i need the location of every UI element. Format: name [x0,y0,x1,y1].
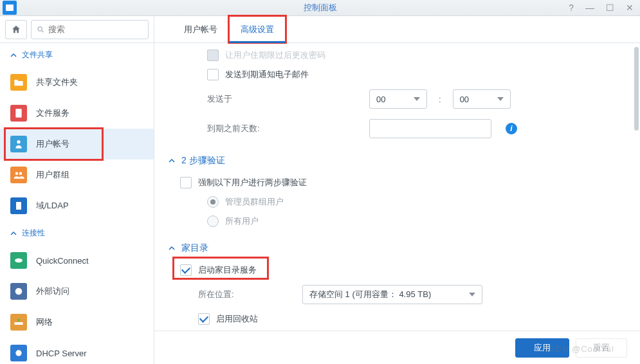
sidebar-group-fileshare[interactable]: 文件共享 [0,43,154,67]
sidebar-item-group[interactable]: 用户群组 [0,159,154,190]
group-home-dir[interactable]: 家目录 [169,242,626,254]
sidebar-item-file-services[interactable]: 文件服务 [0,98,154,129]
chevron-up-icon [169,245,175,251]
option-label: 发送到期通知电子邮件 [225,69,309,80]
sidebar-item-label: QuickConnect [36,256,89,266]
sidebar-item-label: 用户群组 [36,169,69,181]
sidebar-item-label: 域/LDAP [36,200,69,212]
checkbox[interactable] [207,69,219,80]
content-panel: 让用户住期限过后更改密码 发送到期通知电子邮件 发送于 00 : 00 到期之前… [154,43,640,364]
svg-point-8 [15,288,23,295]
window-controls: ? — ☐ ✕ [569,3,634,13]
sidebar-item-label: 网络 [36,316,53,328]
svg-point-11 [15,350,21,356]
svg-point-5 [19,172,23,176]
tab-bar: 用户帐号 高级设置 [154,16,286,42]
search-input[interactable] [48,24,143,34]
sidebar-item-label: 外部访问 [36,286,69,297]
svg-line-1 [42,30,44,32]
svg-point-7 [15,259,23,263]
sidebar-item-label: 文件服务 [36,107,69,119]
option-label: 让用户住期限过后更改密码 [225,50,325,61]
sidebar-item-shared-folder[interactable]: 共享文件夹 [0,67,154,98]
days-before-input[interactable] [369,119,491,138]
home-button[interactable] [5,20,27,39]
home-icon [11,24,21,35]
chevron-up-icon [10,52,17,59]
radio-admin-users[interactable]: 管理员群组用户 [169,192,626,212]
radio[interactable] [207,215,219,227]
option-label: 启用回收站 [216,313,258,325]
radio[interactable] [207,196,219,208]
hour-select[interactable]: 00 [369,89,427,109]
location-label: 所在位置: [198,289,295,300]
sidebar-item-user[interactable]: 用户帐号 [0,129,154,159]
info-icon[interactable]: i [506,123,517,134]
toolbar: 用户帐号 高级设置 [0,16,640,43]
option-send-email[interactable]: 发送到期通知电子邮件 [169,65,626,84]
option-enable-home-service[interactable]: 启动家目录服务 [169,260,626,280]
sidebar-item-quickconnect[interactable]: QuickConnect [0,245,154,276]
sidebar-item-domain-ldap[interactable]: 域/LDAP [0,190,154,221]
group-two-step[interactable]: 2 步骤验证 [169,155,626,167]
svg-point-0 [38,26,42,30]
option-enforce-2fa[interactable]: 强制以下用户进行两步骤验证 [169,173,626,192]
footer: 应用 重置 CSDN @CoolYsl [154,331,640,364]
svg-rect-9 [14,322,23,325]
window-title: 控制面板 [304,2,337,14]
scrollbar-thumb[interactable] [634,47,639,131]
svg-point-3 [17,140,20,143]
sidebar-item-dhcp[interactable]: DHCP Server [0,338,154,364]
radio-all-users[interactable]: 所有用户 [169,212,626,231]
help-icon[interactable]: ? [569,3,574,13]
globe-icon [10,283,27,300]
dhcp-icon [10,345,27,361]
chevron-down-icon [414,97,420,101]
titlebar: 控制面板 ? — ☐ ✕ [0,0,640,16]
file-service-icon [10,105,27,122]
option-label: 启动家目录服务 [198,264,257,276]
search-input-wrap[interactable] [31,20,149,39]
sidebar-item-label: 用户帐号 [36,138,69,150]
user-icon [10,136,27,152]
chevron-up-icon [169,158,175,164]
option-label: 强制以下用户进行两步骤验证 [198,177,307,188]
tab-user-account[interactable]: 用户帐号 [172,16,229,42]
checkbox[interactable] [180,264,192,276]
tab-label: 高级设置 [241,24,274,35]
app-icon [3,1,17,15]
search-icon [37,25,44,34]
sidebar-item-label: DHCP Server [36,349,87,358]
ldap-icon [10,197,27,214]
checkbox[interactable] [198,313,210,325]
close-icon[interactable]: ✕ [626,3,634,13]
quickconnect-icon [10,252,27,269]
sidebar-item-label: 共享文件夹 [36,77,78,88]
svg-rect-6 [16,202,21,210]
radio-label: 管理员群组用户 [225,196,284,208]
apply-button[interactable]: 应用 [515,338,569,358]
checkbox[interactable] [207,50,219,61]
volume-select[interactable]: 存储空间 1 (可用容量： 4.95 TB) [302,285,482,304]
svg-point-4 [15,172,19,176]
sidebar-group-connectivity[interactable]: 连接性 [0,221,154,245]
sidebar-item-external-access[interactable]: 外部访问 [0,276,154,307]
maximize-icon[interactable]: ☐ [606,3,614,13]
radio-label: 所有用户 [225,215,259,227]
option-enable-recycle[interactable]: 启用回收站 [169,309,626,329]
sidebar-item-network[interactable]: 网络 [0,307,154,338]
option-change-pw-after-expire[interactable]: 让用户住期限过后更改密码 [169,46,626,65]
tab-advanced[interactable]: 高级设置 [229,16,286,42]
folder-icon [10,74,27,91]
chevron-down-icon [469,293,475,296]
network-icon [10,314,27,331]
tab-label: 用户帐号 [184,24,217,35]
send-at-label: 发送于 [207,93,361,105]
chevron-up-icon [10,230,17,237]
minute-select[interactable]: 00 [453,89,511,109]
minimize-icon[interactable]: — [585,3,594,13]
svg-rect-2 [15,109,21,117]
svg-rect-10 [17,319,20,322]
reset-button[interactable]: 重置 [576,338,627,358]
checkbox[interactable] [180,177,192,188]
